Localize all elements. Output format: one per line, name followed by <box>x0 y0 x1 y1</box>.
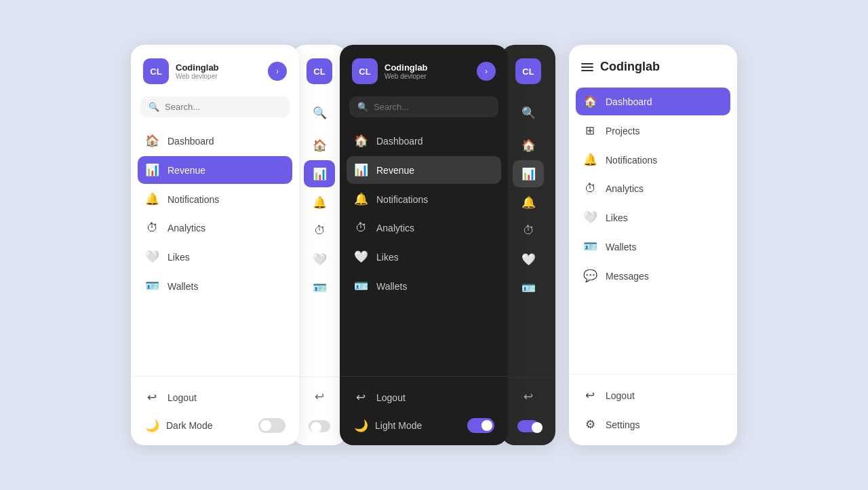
nav-label-analytics-1: Analytics <box>167 223 205 233</box>
search-input-3[interactable] <box>374 102 490 112</box>
nav-label-analytics-3: Analytics <box>376 223 414 233</box>
search-icon-3: 🔍 <box>357 102 368 112</box>
nav-item-revenue-4[interactable]: 📊 <box>513 160 544 187</box>
nav-label-dashboard-3: Dashboard <box>376 136 423 147</box>
toggle-4[interactable] <box>517 420 539 432</box>
nav-item-likes-1[interactable]: 🤍 Likes <box>138 243 292 271</box>
moon-icon-1: 🌙 <box>144 419 159 433</box>
logout-icon-5: ↩ <box>583 388 597 402</box>
nav-item-logout-1[interactable]: ↩ Logout <box>138 383 292 411</box>
nav-item-notifications-2[interactable]: 🔔 <box>304 189 335 216</box>
nav-label-wallets-3: Wallets <box>376 281 407 292</box>
sidebar-card-2-light-icon: CL 🔍 🏠 📊 🔔 ⏱ 🤍 🪪 ↩ <box>292 45 347 445</box>
nav-label-logout-3: Logout <box>376 392 406 403</box>
nav-item-revenue-2[interactable]: 📊 <box>304 160 335 187</box>
nav-item-notifications-4[interactable]: 🔔 <box>513 189 544 216</box>
dashboard-icon-3: 🏠 <box>353 134 368 148</box>
nav-item-analytics-4[interactable]: ⏱ <box>513 217 544 244</box>
brand-name-3: Codinglab <box>384 62 428 73</box>
nav-item-notifications-3[interactable]: 🔔 Notifications <box>347 185 501 213</box>
dashboard-icon-5: 🏠 <box>583 94 597 109</box>
lightmode-toggle-3[interactable] <box>467 418 494 433</box>
nav-label-messages-5: Messages <box>606 271 649 282</box>
logout-icon-3: ↩ <box>353 390 368 404</box>
darkmode-toggle-2[interactable] <box>304 413 335 440</box>
search-input-1[interactable] <box>165 102 281 112</box>
nav-label-notifications-3: Notifications <box>376 194 428 205</box>
nav-item-dashboard-5[interactable]: 🏠 Dashboard <box>576 88 730 115</box>
nav-section-2: 🏠 📊 🔔 ⏱ 🤍 🪪 <box>292 129 347 377</box>
collapse-btn-1[interactable]: › <box>268 62 287 81</box>
nav-item-notifications-5[interactable]: 🔔 Notifications <box>576 146 730 174</box>
nav-item-dashboard-4[interactable]: 🏠 <box>513 132 544 159</box>
nav-item-wallets-5[interactable]: 🪪 Wallets <box>576 233 730 261</box>
sun-icon-3: 🌙 <box>353 419 368 433</box>
logout-icon-1: ↩ <box>144 390 159 404</box>
nav-label-likes-5: Likes <box>606 212 628 223</box>
nav-item-projects-5[interactable]: ⊞ Projects <box>576 117 730 145</box>
logo-box-1: CL <box>143 58 169 84</box>
revenue-icon-3: 📊 <box>353 163 368 177</box>
search-box-3[interactable]: 🔍 <box>349 96 498 117</box>
nav-item-analytics-2[interactable]: ⏱ <box>304 217 335 244</box>
main-container: CL Codinglab Web devloper › 🔍 🏠 Dashboar… <box>0 18 868 472</box>
nav-item-likes-5[interactable]: 🤍 Likes <box>576 204 730 231</box>
logo-box-4: CL <box>515 58 541 84</box>
logo-text-3: Codinglab Web devloper <box>384 62 428 80</box>
wallets-icon-1: 🪪 <box>144 279 159 293</box>
nav-label-likes-1: Likes <box>167 252 190 263</box>
darkmode-toggle-4[interactable] <box>513 413 544 440</box>
nav-item-logout-5[interactable]: ↩ Logout <box>576 381 730 409</box>
card4-search: 🔍 <box>501 94 555 129</box>
toggle-2[interactable] <box>309 420 330 432</box>
nav-item-revenue-3[interactable]: 📊 Revenue <box>347 156 501 184</box>
nav-item-wallets-4[interactable]: 🪪 <box>513 274 544 301</box>
nav-item-analytics-3[interactable]: ⏱ Analytics <box>347 214 501 242</box>
analytics-icon-3: ⏱ <box>353 221 368 235</box>
brand-sub-1: Web devloper <box>176 73 219 80</box>
wallets-icon-5: 🪪 <box>583 240 597 254</box>
nav-item-messages-5[interactable]: 💬 Messages <box>576 262 730 290</box>
nav-item-notifications-1[interactable]: 🔔 Notifications <box>138 185 292 213</box>
nav-section-4: 🏠 📊 🔔 ⏱ 🤍 🪪 <box>501 129 555 377</box>
nav-item-revenue-1[interactable]: 📊 Revenue <box>138 156 292 184</box>
card2-header: CL <box>292 45 347 94</box>
nav-label-logout-1: Logout <box>167 392 197 403</box>
nav-item-wallets-1[interactable]: 🪪 Wallets <box>138 272 292 300</box>
nav-item-likes-4[interactable]: 🤍 <box>513 246 544 273</box>
nav-label-notifications-1: Notifications <box>167 194 219 205</box>
nav-item-likes-2[interactable]: 🤍 <box>304 246 335 273</box>
card3-header: CL Codinglab Web devloper › <box>340 45 508 94</box>
nav-item-settings-5[interactable]: ⚙ Settings <box>576 411 730 438</box>
lightmode-label-row-3: 🌙 Light Mode <box>353 419 422 433</box>
search-btn-2[interactable]: 🔍 <box>304 99 335 126</box>
nav-item-analytics-1[interactable]: ⏱ Analytics <box>138 214 292 242</box>
logo-text-1: Codinglab Web devloper <box>176 62 219 80</box>
darkmode-label-row-1: 🌙 Dark Mode <box>144 419 212 433</box>
nav-item-logout-3[interactable]: ↩ Logout <box>347 383 501 411</box>
nav-item-wallets-2[interactable]: 🪪 <box>304 274 335 301</box>
nav-item-logout-2[interactable]: ↩ <box>304 383 335 410</box>
darkmode-row-1: 🌙 Dark Mode <box>138 413 292 438</box>
brand-name-1: Codinglab <box>176 62 219 73</box>
collapse-btn-3[interactable]: › <box>477 62 496 81</box>
nav-item-likes-3[interactable]: 🤍 Likes <box>347 243 501 271</box>
nav-item-analytics-5[interactable]: ⏱ Analytics <box>576 175 730 202</box>
nav-label-analytics-5: Analytics <box>606 183 644 194</box>
nav-item-dashboard-2[interactable]: 🏠 <box>304 132 335 159</box>
nav-item-dashboard-1[interactable]: 🏠 Dashboard <box>138 127 292 155</box>
card3-footer: ↩ Logout 🌙 Light Mode <box>340 376 508 445</box>
nav-section-5: 🏠 Dashboard ⊞ Projects 🔔 Notifications ⏱… <box>569 85 737 374</box>
search-box-1[interactable]: 🔍 <box>140 96 290 117</box>
lightmode-label-3: Light Mode <box>375 420 422 431</box>
hamburger-btn-5[interactable] <box>581 63 593 71</box>
nav-item-wallets-3[interactable]: 🪪 Wallets <box>347 272 501 300</box>
search-btn-4[interactable]: 🔍 <box>513 99 544 126</box>
nav-item-dashboard-3[interactable]: 🏠 Dashboard <box>347 127 501 155</box>
messages-icon-5: 💬 <box>583 269 597 283</box>
card1-header: CL Codinglab Web devloper › <box>131 45 299 94</box>
nav-item-logout-4[interactable]: ↩ <box>513 383 544 410</box>
darkmode-label-1: Dark Mode <box>166 420 212 431</box>
card2-footer: ↩ <box>292 377 347 445</box>
darkmode-toggle-1[interactable] <box>258 418 285 433</box>
